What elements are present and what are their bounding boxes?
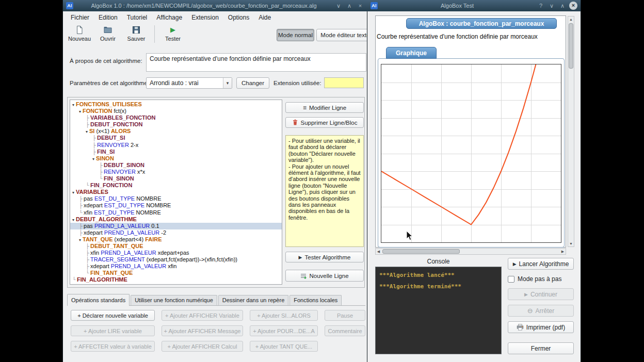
sauver-button[interactable]: Sauver <box>124 24 149 45</box>
tree-line[interactable]: ▾FONCTION fct(x) <box>70 108 282 114</box>
ajouter-lire-variable-button[interactable]: + Ajouter LIRE variable <box>71 325 155 336</box>
menu-options[interactable]: Options <box>223 14 254 21</box>
tree-line[interactable]: ▾SINON <box>70 155 282 162</box>
extension-input[interactable] <box>324 77 364 88</box>
tree-line[interactable]: ├xdepart PREND_LA_VALEUR xfin <box>70 263 282 270</box>
tree-line[interactable]: ├pas PREND_LA_VALEUR 0.1 <box>70 223 282 229</box>
tree-line[interactable]: ├DEBUT_SINON <box>70 162 282 169</box>
menu-fichier[interactable]: Fichier <box>66 14 94 21</box>
tree-line[interactable]: ├DEBUT_FONCTION <box>70 121 282 128</box>
menu-edition[interactable]: Edition <box>94 14 122 21</box>
expand-arrow-icon[interactable]: ▾ <box>72 103 74 107</box>
ajouter-afficher-message-button[interactable]: + Ajouter AFFICHER Message <box>162 325 243 336</box>
tree-line[interactable]: ├FIN_SI <box>70 149 282 155</box>
scroll-left-icon[interactable]: ◀ <box>376 249 381 254</box>
expand-arrow-icon[interactable]: ▾ <box>72 190 74 195</box>
ajouter-afficher-variable-button[interactable]: + Ajouter AFFICHER Variable <box>162 310 243 321</box>
expand-arrow-icon[interactable]: ▾ <box>79 238 81 242</box>
tester-algorithme-button[interactable]: ▶ Tester Algorithme <box>285 252 364 262</box>
menu-tutoriel[interactable]: Tutoriel <box>122 14 152 21</box>
tab-graphique[interactable]: Graphique <box>386 47 437 59</box>
tree-line[interactable]: └xfin EST_DU_TYPE NOMBRE <box>70 209 282 216</box>
tester-label: Tester <box>165 36 181 42</box>
close-button[interactable]: × <box>356 3 364 9</box>
tree-line[interactable]: ▾FONCTIONS_UTILISEES <box>70 101 282 108</box>
tree-line[interactable]: ├xdepart EST_DU_TYPE NOMBRE <box>70 202 282 209</box>
declarer-nouvelle-variable-button[interactable]: + Déclarer nouvelle variable <box>71 310 155 321</box>
tree-token: FIN_ALGORITHME <box>77 276 127 283</box>
tree-line[interactable]: ▾SI (x<1) ALORS <box>70 128 282 135</box>
algobox-app-icon: A! <box>371 2 378 9</box>
tree-line[interactable]: ▾TANT_QUE (xdepart<4) FAIRE <box>70 236 282 243</box>
minimize-button[interactable]: ∨ <box>334 3 343 9</box>
tree-connector: ├ <box>86 250 89 256</box>
menu-aide[interactable]: Aide <box>254 14 276 21</box>
tab-utiliser-une-fonction-numerique[interactable]: Utiliser une fonction numérique <box>131 295 217 305</box>
tree-line[interactable]: ▾VARIABLES <box>70 189 282 195</box>
tester-button[interactable]: ▶ Tester <box>160 24 185 45</box>
imprimer-pdf-button[interactable]: Imprimer (pdf) <box>508 321 574 333</box>
menu-affichage[interactable]: Affichage <box>152 14 187 21</box>
tree-line[interactable]: └FIN_FONCTION <box>70 182 282 189</box>
nouvelle-ligne-button[interactable]: Nouvelle Ligne <box>285 270 364 282</box>
horizontal-scrollbar[interactable]: ◀ ▶ <box>375 248 566 255</box>
ajouter-pour-de-a-button[interactable]: + Ajouter POUR...DE...A <box>250 325 318 336</box>
scroll-right-icon[interactable]: ▶ <box>560 249 566 254</box>
tree-line[interactable]: ├DEBUT_SI <box>70 135 282 141</box>
tree-token: PREND_LA_VALEUR <box>94 223 151 229</box>
vertical-scrollbar-thumb[interactable] <box>569 23 573 69</box>
tab-dessiner-dans-un-repere[interactable]: Dessiner dans un repère <box>218 295 288 305</box>
supprimer-ligne-button[interactable]: Supprimer Ligne/Bloc <box>285 117 364 128</box>
maximize-button[interactable]: ∧ <box>345 3 353 9</box>
continuer-button[interactable]: ▶ Continuer <box>508 288 574 300</box>
ajouter-si-alors-button[interactable]: + Ajouter SI...ALORS <box>250 310 318 321</box>
pause-button[interactable]: Pause <box>325 310 365 321</box>
close-button[interactable]: × <box>569 2 577 10</box>
fermer-button[interactable]: Fermer <box>508 342 574 354</box>
about-input[interactable]: Courbe représentative d'une fonction déf… <box>146 53 366 72</box>
tab-operations-standards[interactable]: Opérations standards <box>67 294 130 306</box>
tree-line[interactable]: ├pas EST_DU_TYPE NOMBRE <box>70 195 282 202</box>
tree-line[interactable]: ├DEBUT_TANT_QUE <box>70 243 282 250</box>
arreter-button[interactable]: ⊖ Arrêter <box>508 305 574 317</box>
arrondi-combo[interactable]: Arrondi auto : vrai ▾ <box>146 77 232 89</box>
tree-line[interactable]: ├VARIABLES_FONCTION <box>70 114 282 121</box>
expand-arrow-icon[interactable]: ▾ <box>72 218 74 222</box>
expand-arrow-icon[interactable]: ▾ <box>86 129 88 134</box>
ouvrir-button[interactable]: Ouvrir <box>95 24 120 45</box>
tree-line[interactable]: └FIN_SINON <box>70 175 282 182</box>
changer-button[interactable]: Changer <box>236 77 269 89</box>
ajouter-tant-que-button[interactable]: + Ajouter TANT QUE... <box>250 341 318 352</box>
tree-line[interactable]: └FIN_ALGORITHME <box>70 276 282 283</box>
tab-fonctions-locales[interactable]: Fonctions locales <box>289 295 342 305</box>
maximize-button[interactable]: ∧ <box>558 3 567 9</box>
expand-arrow-icon[interactable]: ▾ <box>79 109 81 114</box>
vertical-scrollbar[interactable]: ▲ ▼ <box>568 16 574 247</box>
about-label: À propos de cet algorithme: <box>70 58 142 64</box>
tree-line[interactable]: └FIN_TANT_QUE <box>70 270 282 276</box>
affecter-valeur-a-variable-button[interactable]: + AFFECTER valeur à variable <box>71 341 155 352</box>
tree-line[interactable]: ▾DEBUT_ALGORITHME <box>70 216 282 223</box>
menu-extension[interactable]: Extension <box>187 14 223 21</box>
tree-connector: ├ <box>92 142 96 148</box>
tree-line[interactable]: ├xdepart PREND_LA_VALEUR -2 <box>70 229 282 236</box>
mode-normal-button[interactable]: Mode normal <box>277 29 314 41</box>
horizontal-scrollbar-thumb[interactable] <box>382 249 460 254</box>
help-button[interactable]: ? <box>537 3 545 9</box>
mode-editeur-texte-button[interactable]: Mode éditeur texte <box>316 29 367 41</box>
commentaire-button[interactable]: Commentaire <box>325 325 365 336</box>
ajouter-afficher-calcul-button[interactable]: + Ajouter AFFICHER Calcul <box>162 341 243 352</box>
tree-line[interactable]: ├xfin PREND_LA_VALEUR xdepart+pas <box>70 250 282 256</box>
mode-pas-a-pas-checkbox[interactable] <box>508 276 514 283</box>
tree-line[interactable]: ├RENVOYER 2-x <box>70 142 282 149</box>
nouveau-button[interactable]: Nouveau <box>67 24 92 45</box>
scroll-down-icon[interactable]: ▼ <box>568 241 574 246</box>
tree-line[interactable]: ├RENVOYER x*x <box>70 169 282 175</box>
minimize-button[interactable]: ∨ <box>548 3 556 9</box>
expand-arrow-icon[interactable]: ▾ <box>92 157 94 161</box>
tree-line[interactable]: ├TRACER_SEGMENT (xdepart,fct(xdepart))->… <box>70 256 282 263</box>
tree-connector: ├ <box>86 243 89 249</box>
modifier-ligne-button[interactable]: ≡ Modifier Ligne <box>285 102 364 113</box>
scroll-up-icon[interactable]: ▲ <box>568 17 574 22</box>
lancer-algorithme-button[interactable]: ▶ Lancer Algorithme <box>508 258 574 270</box>
